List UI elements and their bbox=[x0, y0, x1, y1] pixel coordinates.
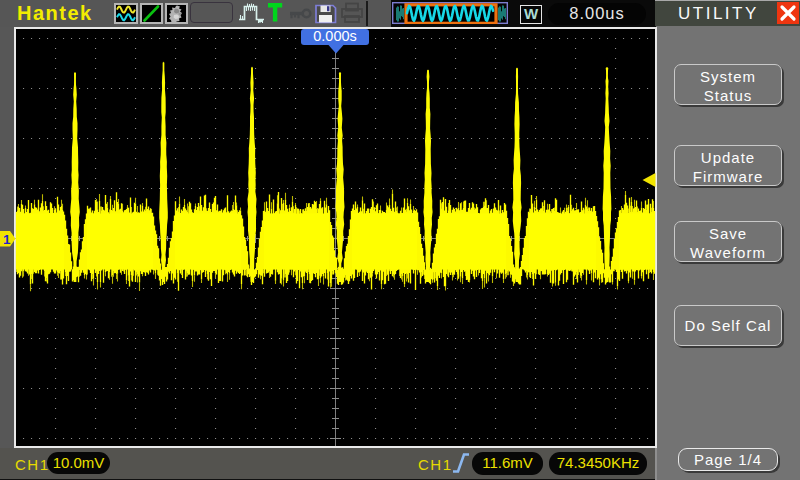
svg-text:1: 1 bbox=[3, 232, 11, 247]
